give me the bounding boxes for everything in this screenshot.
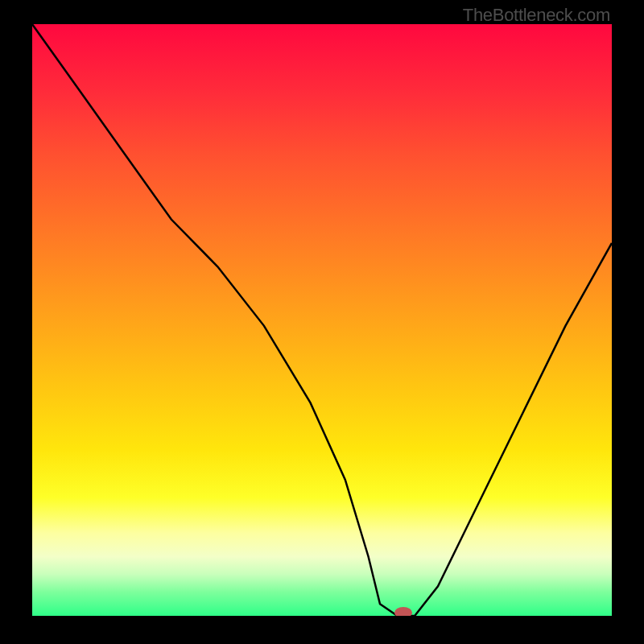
chart-svg [32,24,612,616]
attribution-text: TheBottleneck.com [463,5,610,26]
plot-area [32,24,612,616]
bottleneck-curve [32,24,612,616]
optimal-point-marker [394,607,412,616]
chart-frame: TheBottleneck.com [0,0,644,644]
